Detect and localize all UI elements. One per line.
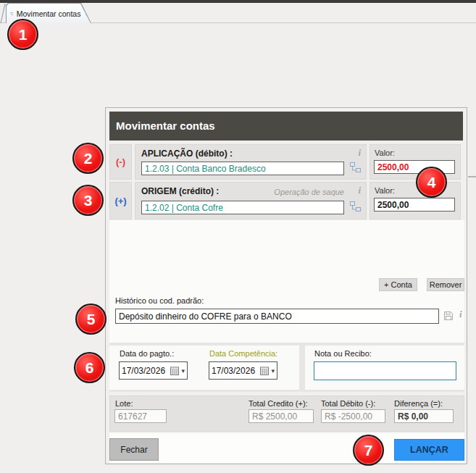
data-pagto-input[interactable]: 17/03/2026 ▾: [119, 361, 188, 380]
debit-valor-panel: Valor:: [369, 144, 461, 180]
total-credito-value: [249, 409, 314, 423]
info-icon[interactable]: i: [358, 185, 361, 196]
nota-panel: Nota ou Recibo:: [305, 346, 464, 390]
debit-valor-label: Valor:: [375, 148, 395, 157]
lote-label: Lote:: [115, 399, 133, 408]
chevron-down-icon[interactable]: ▾: [181, 367, 185, 374]
window-edge-artifact: [468, 176, 476, 177]
nota-recibo-label: Nota ou Recibo:: [314, 349, 372, 358]
debit-account-panel: APLICAÇÃO (débito) : i: [135, 144, 367, 180]
annotation-badge-4: 4: [416, 167, 447, 198]
account-tree-icon[interactable]: [349, 162, 362, 175]
credit-valor-label: Valor:: [375, 186, 395, 195]
info-icon[interactable]: i: [358, 147, 361, 159]
info-icon[interactable]: i: [459, 309, 462, 320]
credit-account-input[interactable]: [141, 201, 344, 214]
total-debito-value: [321, 409, 385, 423]
debit-sign-box: (-): [109, 144, 132, 180]
movimentar-contas-dialog: Movimentar contas (-) APLICAÇÃO (débito)…: [105, 107, 467, 464]
credit-account-panel: ORIGEM (crédito) : Operação de saque i: [135, 182, 367, 219]
calendar-icon[interactable]: [170, 367, 179, 375]
credit-account-label: ORIGEM (crédito) :: [141, 186, 219, 196]
total-debito-label: Total Débito (-):: [321, 399, 375, 408]
annotation-badge-5: 5: [75, 304, 107, 335]
credit-sign-label: (+): [110, 183, 131, 219]
debit-account-input[interactable]: [141, 162, 344, 175]
lancar-button[interactable]: LANÇAR: [394, 439, 464, 461]
annotation-badge-3: 3: [72, 185, 104, 216]
data-competencia-label: Data Competência:: [209, 349, 277, 358]
historico-input[interactable]: [115, 309, 439, 324]
save-icon[interactable]: [443, 311, 454, 324]
diferenca-value: [394, 409, 454, 423]
total-credito-label: Total Credito (+):: [249, 399, 308, 408]
tab-title: Movimentar contas: [17, 9, 81, 18]
operation-tag: Operação de saque: [274, 188, 344, 196]
debit-sign-label: (-): [110, 145, 131, 179]
credit-valor-input[interactable]: [374, 198, 455, 212]
annotation-badge-1: 1: [7, 19, 38, 50]
credit-sign-box: (+): [109, 182, 132, 219]
debit-account-label: APLICAÇÃO (débito) :: [141, 148, 233, 159]
remove-account-button[interactable]: Remover: [427, 278, 464, 291]
credit-valor-panel: Valor:: [369, 182, 461, 219]
add-account-button[interactable]: + Conta: [379, 278, 417, 291]
account-tree-icon[interactable]: [349, 201, 362, 214]
data-pagto-value: 17/03/2026: [122, 366, 170, 376]
sync-icon: [10, 9, 14, 19]
data-competencia-input[interactable]: 17/03/2026 ▾: [209, 361, 277, 380]
annotation-badge-2: 2: [72, 143, 104, 174]
historico-label: Histórico ou cod. padrão:: [115, 296, 204, 305]
application-window: Movimentar contas ✕ Movimentar contas (-…: [0, 0, 476, 473]
data-pagto-label: Data do pagto.:: [120, 349, 174, 358]
fechar-button[interactable]: Fechar: [109, 438, 159, 461]
nota-recibo-input[interactable]: [314, 361, 456, 380]
annotation-badge-6: 6: [74, 352, 105, 383]
diferenca-label: Diferença (=):: [394, 399, 443, 408]
lote-value: [114, 409, 167, 423]
annotation-badge-7: 7: [353, 435, 384, 466]
calendar-icon[interactable]: [260, 367, 269, 375]
dates-panel: Data do pagto.: 17/03/2026 ▾ Data Compet…: [109, 346, 299, 390]
chevron-down-icon[interactable]: ▾: [271, 367, 275, 374]
dialog-title: Movimentar contas: [109, 112, 463, 141]
data-competencia-value: 17/03/2026: [212, 366, 260, 376]
